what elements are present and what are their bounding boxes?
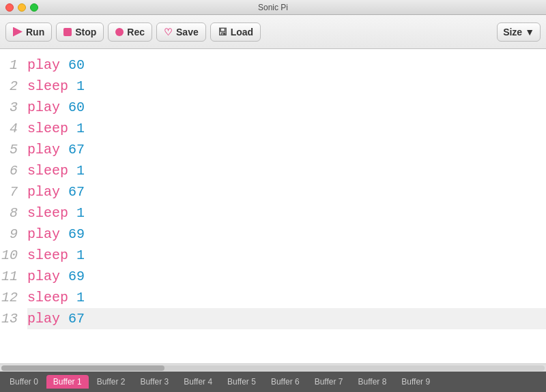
line-number: 8 bbox=[0, 202, 18, 224]
scrollbar-track[interactable] bbox=[1, 365, 545, 371]
value: 60 bbox=[68, 57, 85, 73]
line-number: 7 bbox=[0, 181, 18, 202]
title-bar: Sonic Pi bbox=[0, 0, 546, 15]
value: 1 bbox=[76, 247, 85, 263]
keyword: sleep bbox=[27, 247, 68, 263]
buffer-tab[interactable]: Buffer 7 bbox=[308, 375, 350, 389]
size-button[interactable]: Size ▼ bbox=[497, 22, 541, 42]
buffer-tab[interactable]: Buffer 8 bbox=[351, 375, 394, 389]
line-number: 5 bbox=[0, 139, 18, 160]
value: 60 bbox=[68, 100, 85, 115]
main-content: 12345678910111213 play 60sleep 1play 60s… bbox=[0, 49, 546, 372]
app-title: Sonic Pi bbox=[258, 3, 288, 12]
heart-icon: ♡ bbox=[164, 27, 173, 37]
buffer-tab[interactable]: Buffer 5 bbox=[220, 375, 263, 389]
keyword: play bbox=[27, 142, 60, 157]
line-number: 11 bbox=[0, 266, 18, 287]
scrollbar-area[interactable] bbox=[0, 363, 546, 372]
code-line: play 69 bbox=[27, 224, 546, 245]
keyword: play bbox=[27, 184, 60, 200]
load-button[interactable]: 🖫 Load bbox=[210, 22, 261, 42]
editor-area[interactable]: 12345678910111213 play 60sleep 1play 60s… bbox=[0, 49, 546, 363]
keyword: play bbox=[27, 311, 60, 327]
value: 67 bbox=[68, 184, 85, 200]
buffer-tab[interactable]: Buffer 3 bbox=[133, 375, 175, 389]
rec-button[interactable]: Rec bbox=[108, 22, 152, 42]
keyword: sleep bbox=[27, 78, 68, 94]
run-label: Run bbox=[26, 27, 44, 37]
line-number: 13 bbox=[0, 308, 18, 329]
line-number: 9 bbox=[0, 224, 18, 245]
stop-icon bbox=[63, 28, 72, 36]
size-label: Size bbox=[503, 27, 522, 37]
buffer-tab[interactable]: Buffer 0 bbox=[3, 375, 45, 389]
buffer-tab[interactable]: Buffer 9 bbox=[394, 375, 437, 389]
code-line: play 69 bbox=[27, 266, 546, 287]
value: 67 bbox=[68, 311, 85, 327]
save-label: Save bbox=[176, 27, 199, 37]
run-button[interactable]: Run bbox=[5, 22, 52, 42]
save-button[interactable]: ♡ Save bbox=[156, 22, 206, 42]
code-line: sleep 1 bbox=[27, 287, 546, 308]
buffer-tab[interactable]: Buffer 1 bbox=[46, 375, 89, 389]
keyword: sleep bbox=[27, 121, 68, 136]
code-line: sleep 1 bbox=[27, 160, 546, 181]
buffer-tab[interactable]: Buffer 6 bbox=[264, 375, 306, 389]
stop-label: Stop bbox=[75, 27, 96, 37]
value: 1 bbox=[76, 78, 85, 94]
code-line: play 67 bbox=[27, 308, 546, 329]
run-icon bbox=[13, 27, 23, 37]
code-line: sleep 1 bbox=[27, 76, 546, 97]
size-arrow-icon: ▼ bbox=[525, 27, 534, 37]
load-icon: 🖫 bbox=[218, 27, 227, 37]
rec-label: Rec bbox=[127, 27, 145, 37]
window-controls bbox=[5, 3, 38, 12]
code-container: 12345678910111213 play 60sleep 1play 60s… bbox=[0, 49, 546, 335]
value: 1 bbox=[76, 163, 85, 179]
value: 1 bbox=[76, 121, 85, 136]
keyword: play bbox=[27, 100, 60, 115]
code-line: sleep 1 bbox=[27, 245, 546, 266]
keyword: play bbox=[27, 226, 60, 242]
minimize-button[interactable] bbox=[18, 3, 26, 12]
maximize-button[interactable] bbox=[30, 3, 38, 12]
line-number: 3 bbox=[0, 97, 18, 118]
toolbar: Run Stop Rec ♡ Save 🖫 Load Size ▼ bbox=[0, 15, 546, 49]
keyword: sleep bbox=[27, 205, 68, 221]
keyword: sleep bbox=[27, 290, 68, 305]
line-number: 12 bbox=[0, 287, 18, 308]
code-line: play 67 bbox=[27, 139, 546, 160]
bottom-tabs: Buffer 0Buffer 1Buffer 2Buffer 3Buffer 4… bbox=[0, 372, 546, 392]
code-line: sleep 1 bbox=[27, 202, 546, 224]
scrollbar-thumb[interactable] bbox=[1, 365, 164, 371]
code-line: sleep 1 bbox=[27, 118, 546, 139]
buffer-tab[interactable]: Buffer 2 bbox=[90, 375, 132, 389]
line-number: 2 bbox=[0, 76, 18, 97]
buffer-tab[interactable]: Buffer 4 bbox=[177, 375, 219, 389]
keyword: play bbox=[27, 269, 60, 284]
line-number: 4 bbox=[0, 118, 18, 139]
value: 67 bbox=[68, 142, 85, 157]
code-line: play 60 bbox=[27, 97, 546, 118]
keyword: play bbox=[27, 57, 60, 73]
value: 69 bbox=[68, 269, 85, 284]
value: 1 bbox=[76, 205, 85, 221]
load-label: Load bbox=[231, 27, 253, 37]
value: 69 bbox=[68, 226, 85, 242]
close-button[interactable] bbox=[5, 3, 14, 12]
value: 1 bbox=[76, 290, 85, 305]
code-line: play 67 bbox=[27, 181, 546, 202]
line-number: 6 bbox=[0, 160, 18, 181]
keyword: sleep bbox=[27, 163, 68, 179]
stop-button[interactable]: Stop bbox=[56, 22, 104, 42]
rec-icon bbox=[115, 28, 124, 36]
code-line: play 60 bbox=[27, 55, 546, 76]
line-numbers: 12345678910111213 bbox=[0, 55, 25, 329]
line-number: 1 bbox=[0, 55, 18, 76]
code-lines[interactable]: play 60sleep 1play 60sleep 1play 67sleep… bbox=[25, 55, 546, 329]
line-number: 10 bbox=[0, 245, 18, 266]
